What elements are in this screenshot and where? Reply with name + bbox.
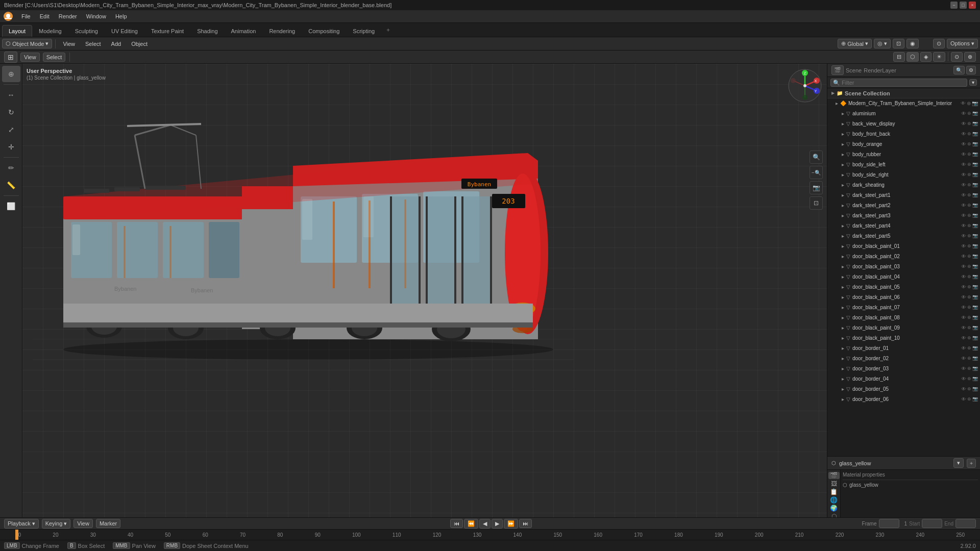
render-vis-icon[interactable]: 📷 bbox=[972, 172, 978, 178]
tab-layout[interactable]: Layout bbox=[2, 25, 32, 37]
visibility-icon[interactable]: 👁 bbox=[961, 366, 966, 371]
outliner-item[interactable]: ▸ ▽ door_black_paint_08 👁 ⊕ 📷 bbox=[827, 313, 980, 323]
annotate-tool[interactable]: ✏ bbox=[2, 160, 20, 176]
render-vis-icon[interactable]: 📷 bbox=[972, 111, 978, 116]
keying-dropdown[interactable]: Keying ▾ bbox=[42, 519, 71, 529]
outliner-item[interactable]: ▸ ▽ door_border_04 👁 ⊕ 📷 bbox=[827, 374, 980, 384]
select-icon[interactable]: ⊕ bbox=[967, 243, 971, 249]
outliner-item[interactable]: ▸ ▽ door_border_02 👁 ⊕ 📷 bbox=[827, 354, 980, 364]
select-icon[interactable]: ⊕ bbox=[967, 131, 971, 137]
outliner-item[interactable]: ▸ ▽ door_black_paint_06 👁 ⊕ 📷 bbox=[827, 292, 980, 303]
tab-sculpting[interactable]: Sculpting bbox=[68, 25, 105, 37]
select-icon[interactable]: ⊕ bbox=[967, 192, 971, 198]
outliner-item[interactable]: ▸ ▽ door_black_paint_04 👁 ⊕ 📷 bbox=[827, 272, 980, 282]
outliner-item[interactable]: ▸ ▽ body_orange 👁 ⊕ 📷 bbox=[827, 139, 980, 149]
visibility-icon[interactable]: 👁 bbox=[961, 294, 966, 300]
viewport-overlay-toggle[interactable]: ⊙ bbox=[951, 52, 963, 62]
view-menu[interactable]: View bbox=[59, 40, 79, 48]
end-frame-input[interactable]: 250 bbox=[955, 519, 976, 528]
step-back-button[interactable]: ⏪ bbox=[464, 519, 478, 529]
tab-scripting[interactable]: Scripting bbox=[346, 25, 381, 37]
marker-dropdown[interactable]: Marker bbox=[96, 519, 120, 528]
outliner-item[interactable]: ▸ ▽ door_border_06 👁 ⊕ 📷 bbox=[827, 394, 980, 405]
select-icon[interactable]: ⊕ bbox=[967, 396, 971, 402]
select-icon[interactable]: ⊕ bbox=[967, 356, 971, 361]
render-vis-icon[interactable]: 📷 bbox=[972, 366, 978, 371]
render-vis-icon[interactable]: 📷 bbox=[972, 335, 978, 341]
jump-end-button[interactable]: ⏭ bbox=[519, 519, 532, 528]
visibility-icon[interactable]: 👁 bbox=[961, 213, 966, 218]
viewport-shading-solid[interactable]: ⬡ bbox=[906, 52, 919, 62]
close-button[interactable]: × bbox=[969, 2, 976, 9]
play-back-button[interactable]: ◀ bbox=[479, 519, 491, 529]
visibility-icon[interactable]: 👁 bbox=[961, 396, 966, 402]
view-perspective-button[interactable]: View bbox=[20, 53, 40, 62]
scene-icon[interactable]: 🎬 bbox=[831, 65, 844, 75]
material-browse-button[interactable]: ▾ bbox=[953, 458, 964, 468]
playback-dropdown[interactable]: Playback ▾ bbox=[4, 519, 39, 529]
visibility-icon[interactable]: 👁 bbox=[961, 152, 966, 157]
object-props-icon[interactable]: ⬡ bbox=[828, 513, 840, 517]
render-vis-icon[interactable]: 📷 bbox=[972, 376, 978, 382]
frame-selected-button[interactable]: ⊡ bbox=[810, 196, 823, 210]
select-icon[interactable]: ⊕ bbox=[967, 335, 971, 341]
outliner-item[interactable]: ▸ ▽ dark_sheating 👁 ⊕ 📷 bbox=[827, 180, 980, 190]
minimize-button[interactable]: − bbox=[950, 2, 958, 9]
outliner-item[interactable]: ▸ ▽ door_black_paint_05 👁 ⊕ 📷 bbox=[827, 282, 980, 292]
select-type-button[interactable]: Select bbox=[43, 53, 66, 62]
select-icon[interactable]: ⊕ bbox=[967, 376, 971, 382]
tab-modeling[interactable]: Modeling bbox=[32, 25, 68, 37]
navigation-gizmo[interactable]: X Y Z bbox=[787, 68, 823, 104]
object-mode-dropdown[interactable]: ⬡ Object Mode ▾ bbox=[2, 39, 52, 48]
pivot-dropdown[interactable]: ◎ ▾ bbox=[874, 39, 891, 48]
rotate-tool[interactable]: ↻ bbox=[2, 104, 20, 120]
render-vis-icon[interactable]: 📷 bbox=[972, 315, 978, 320]
select-icon[interactable]: ⊕ bbox=[967, 325, 971, 331]
select-icon[interactable]: ⊕ bbox=[967, 223, 971, 229]
outliner-item[interactable]: ▸ ▽ body_front_back 👁 ⊕ 📷 bbox=[827, 129, 980, 139]
visibility-icon[interactable]: 👁 bbox=[961, 243, 966, 249]
outliner-item[interactable]: ▸ ▽ dark_steel_part4 👁 ⊕ 📷 bbox=[827, 221, 980, 231]
render-vis-icon[interactable]: 📷 bbox=[972, 274, 978, 280]
render-vis-icon[interactable]: 📷 bbox=[972, 131, 978, 137]
viewport-type-button[interactable]: ⊞ bbox=[4, 52, 17, 63]
cursor-tool[interactable]: ⊕ bbox=[2, 66, 20, 82]
visibility-icon[interactable]: 👁 bbox=[961, 192, 966, 198]
render-vis-icon[interactable]: 📷 bbox=[972, 386, 978, 392]
render-vis-icon[interactable]: 📷 bbox=[972, 305, 978, 310]
visibility-icon[interactable]: 👁 bbox=[961, 335, 966, 341]
outliner-item[interactable]: ▸ ▽ door_border_01 👁 ⊕ 📷 bbox=[827, 343, 980, 354]
visibility-icon[interactable]: 👁 bbox=[961, 162, 966, 167]
outliner-item[interactable]: ▸ ▽ door_black_paint_03 👁 ⊕ 📷 bbox=[827, 262, 980, 272]
select-icon[interactable]: ⊕ bbox=[967, 141, 971, 147]
visibility-icon[interactable]: 👁 bbox=[961, 315, 966, 320]
render-vis-icon[interactable]: 📷 bbox=[972, 203, 978, 208]
select-icon[interactable]: ⊕ bbox=[967, 254, 971, 259]
add-cube-tool[interactable]: ⬜ bbox=[2, 198, 20, 214]
outliner-item[interactable]: ▸ ▽ door_black_paint_07 👁 ⊕ 📷 bbox=[827, 303, 980, 313]
viewport-shading-rendered[interactable]: ☀ bbox=[933, 52, 945, 62]
zoom-out-button[interactable]: −🔍 bbox=[810, 166, 823, 179]
add-workspace-button[interactable]: ＋ bbox=[381, 23, 395, 37]
render-vis-icon[interactable]: 📷 bbox=[972, 254, 978, 259]
select-icon[interactable]: ⊕ bbox=[967, 121, 971, 127]
render-vis-icon[interactable]: 📷 bbox=[972, 182, 978, 188]
camera-view-button[interactable]: 📷 bbox=[810, 181, 823, 194]
tab-animation[interactable]: Animation bbox=[225, 25, 263, 37]
timeline-ruler[interactable]: 10 20 30 40 50 60 70 80 90 100 110 120 1… bbox=[0, 530, 980, 540]
jump-start-button[interactable]: ⏮ bbox=[450, 519, 463, 528]
outliner-filter-icon[interactable]: 🔍 bbox=[953, 66, 965, 74]
render-vis-icon[interactable]: 📷 bbox=[972, 223, 978, 229]
add-menu[interactable]: Add bbox=[107, 40, 126, 48]
select-icon[interactable]: ⊕ bbox=[967, 305, 971, 310]
select-icon[interactable]: ⊕ bbox=[967, 264, 971, 269]
tab-texture-paint[interactable]: Texture Paint bbox=[144, 25, 190, 37]
render-vis-icon[interactable]: 📷 bbox=[972, 213, 978, 218]
outliner-item[interactable]: ▸ ▽ body_side_right 👁 ⊕ 📷 bbox=[827, 170, 980, 180]
play-forward-button[interactable]: ▶ bbox=[492, 519, 503, 529]
outliner-item[interactable]: ▸ ▽ body_side_left 👁 ⊕ 📷 bbox=[827, 160, 980, 170]
render-vis-icon[interactable]: 📷 bbox=[972, 121, 978, 127]
viewport-shading-wireframe[interactable]: ⊟ bbox=[893, 52, 905, 62]
select-icon[interactable]: ⊕ bbox=[967, 345, 971, 351]
select-icon[interactable]: ⊕ bbox=[967, 162, 971, 167]
